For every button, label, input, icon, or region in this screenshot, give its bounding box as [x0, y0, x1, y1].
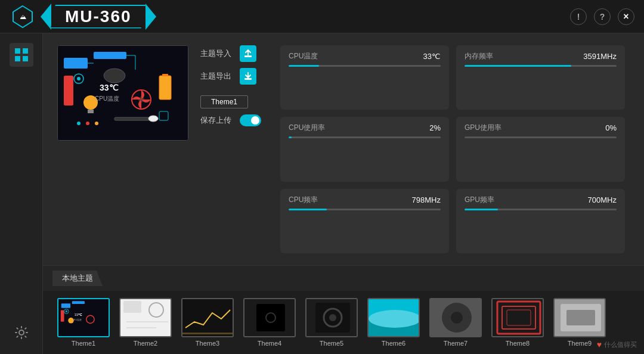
- svg-rect-13: [88, 110, 94, 113]
- theme-item[interactable]: Theme4: [239, 298, 301, 347]
- stat-value: 798MHz: [412, 195, 441, 204]
- theme-preview-illustration: 33℃ CPU温度: [58, 46, 188, 141]
- theme-thumbnail: [429, 298, 482, 337]
- svg-point-23: [77, 122, 80, 125]
- stat-card: GPU频率 700MHz: [456, 189, 625, 253]
- svg-text:CPU温度: CPU温度: [95, 95, 119, 102]
- stat-card: CPU频率 798MHz: [280, 189, 449, 253]
- import-row: 主题导入: [200, 45, 261, 62]
- svg-text:⛰: ⛰: [20, 13, 26, 20]
- theme-item[interactable]: Theme7: [425, 298, 487, 347]
- theme-name-label: Theme7: [444, 340, 467, 347]
- stat-value: 0%: [605, 123, 617, 132]
- sidebar-item-settings[interactable]: [10, 321, 33, 344]
- svg-rect-69: [566, 310, 595, 325]
- svg-rect-49: [182, 333, 233, 334]
- export-button[interactable]: [240, 68, 256, 85]
- watermark-text: 什么值得买: [604, 340, 637, 349]
- controls-panel: 主题导入 主题导出: [200, 45, 261, 126]
- close-button[interactable]: ×: [618, 8, 634, 25]
- svg-point-62: [451, 312, 463, 324]
- svg-point-39: [66, 310, 67, 312]
- svg-rect-17: [162, 74, 168, 76]
- theme-thumbnail: [491, 298, 544, 337]
- svg-text:33℃: 33℃: [100, 83, 119, 92]
- svg-rect-3: [23, 48, 28, 54]
- svg-rect-35: [72, 301, 85, 304]
- top-panel: 33℃ CPU温度: [43, 33, 644, 265]
- theme-thumbnail: 33℃CPU温度: [57, 298, 110, 337]
- theme-thumbnail: [305, 298, 358, 337]
- themes-title: 本地主题: [52, 271, 103, 286]
- theme-thumbnail: [119, 298, 172, 337]
- stat-bar: [289, 65, 441, 67]
- app-title: MU-360: [51, 5, 146, 29]
- svg-point-25: [95, 122, 98, 125]
- save-row: 保存上传: [200, 114, 261, 126]
- svg-rect-51: [256, 304, 285, 331]
- svg-rect-9: [94, 52, 126, 59]
- app-header: ⛰ MU-360 ! ? ×: [0, 0, 644, 33]
- theme-thumbnail: [367, 298, 420, 337]
- svg-rect-48: [182, 298, 233, 337]
- window-controls: ! ? ×: [570, 8, 634, 25]
- stat-bar-fill: [289, 136, 292, 138]
- svg-point-6: [19, 330, 24, 335]
- stat-bar: [465, 136, 617, 138]
- theme-item[interactable]: Theme3: [177, 298, 239, 347]
- stat-label: CPU温度: [289, 51, 318, 61]
- svg-point-30: [77, 77, 80, 80]
- stat-value: 3591MHz: [583, 52, 617, 61]
- svg-text:CPU温度: CPU温度: [72, 318, 82, 321]
- theme-name-row: [200, 95, 261, 108]
- themes-grid: 33℃CPU温度Theme1Theme2Theme3Theme4Theme5Th…: [43, 291, 644, 354]
- stat-card: 内存频率 3591MHz: [456, 45, 625, 110]
- stats-panel: CPU温度 33℃ 内存频率 3591MHz CPU使用率 2% GPU使用率 …: [275, 45, 630, 253]
- theme-name-label: Theme3: [196, 340, 219, 347]
- stat-bar-fill: [465, 65, 571, 67]
- svg-rect-11: [64, 76, 73, 105]
- svg-text:33℃: 33℃: [75, 313, 82, 316]
- export-label: 主题导出: [200, 71, 234, 82]
- stat-bar: [289, 209, 441, 210]
- stat-label: CPU使用率: [289, 123, 325, 133]
- theme-item[interactable]: Theme6: [363, 298, 425, 347]
- gear-icon: [13, 324, 30, 341]
- import-button[interactable]: [240, 45, 256, 62]
- save-toggle[interactable]: [240, 114, 261, 126]
- svg-point-27: [148, 116, 158, 122]
- theme-name-label: Theme4: [258, 340, 281, 347]
- stat-bar: [465, 209, 617, 210]
- theme-item[interactable]: Theme8: [487, 298, 549, 347]
- theme-item[interactable]: Theme5: [301, 298, 363, 347]
- svg-rect-32: [244, 78, 252, 80]
- sidebar: [0, 33, 43, 354]
- stat-bar: [465, 65, 617, 67]
- svg-rect-31: [244, 55, 252, 57]
- info-button[interactable]: !: [570, 8, 587, 25]
- sidebar-bottom: [10, 321, 33, 344]
- svg-rect-2: [15, 48, 20, 54]
- upload-icon: [243, 49, 253, 58]
- theme-item[interactable]: Theme2: [114, 298, 177, 347]
- theme-thumbnail: [553, 298, 606, 337]
- stat-header: CPU使用率 2%: [289, 123, 441, 133]
- theme-name-label: Theme9: [568, 340, 592, 347]
- help-button[interactable]: ?: [594, 8, 611, 25]
- stat-bar-fill: [289, 209, 327, 210]
- stat-card: CPU温度 33℃: [280, 45, 449, 110]
- theme-item[interactable]: 33℃CPU温度Theme1: [52, 298, 114, 347]
- stat-header: CPU温度 33℃: [289, 51, 441, 61]
- watermark: ♥ 什么值得买: [597, 340, 637, 349]
- stat-card: CPU使用率 2%: [280, 117, 449, 181]
- stat-header: GPU使用率 0%: [465, 123, 617, 133]
- heart-icon: ♥: [597, 340, 602, 349]
- sidebar-item-themes[interactable]: [10, 43, 33, 67]
- main-content: 33℃ CPU温度: [0, 33, 644, 354]
- title-banner: MU-360: [41, 4, 156, 30]
- download-icon: [243, 72, 253, 81]
- theme-name-input[interactable]: [200, 95, 248, 108]
- preview-section: 33℃ CPU温度: [57, 45, 261, 253]
- svg-rect-44: [123, 301, 141, 313]
- svg-point-24: [86, 122, 89, 125]
